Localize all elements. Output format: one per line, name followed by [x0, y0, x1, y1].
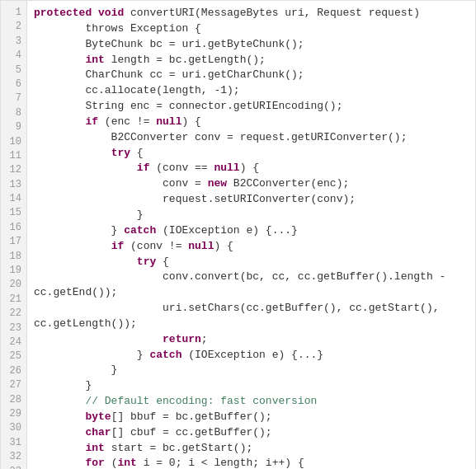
- line-num-28: 28: [1, 393, 26, 407]
- token: [34, 457, 85, 469]
- code-line-17: try {: [34, 255, 469, 270]
- token: {: [156, 256, 169, 268]
- line-num-31: 31: [1, 436, 26, 450]
- code-line-25: }: [34, 378, 469, 394]
- code-line-30: for (int i = 0; i < length; i++) {: [34, 456, 469, 469]
- line-num-2: 2: [1, 20, 26, 34]
- code-line-21: cc.getLength());: [34, 317, 469, 332]
- token: B2CConverter conv = request.getURIConver…: [34, 131, 407, 143]
- line-num-29: 29: [1, 407, 26, 421]
- token: B2CConverter(enc);: [227, 177, 349, 190]
- line-num-10: 10: [1, 135, 26, 149]
- token: i = 0; i < length; i++) {: [137, 457, 304, 469]
- line-num-17: 17: [1, 235, 26, 249]
- line-num-22: 22: [1, 307, 26, 321]
- token: null: [156, 115, 181, 128]
- token: ByteChunk bc = uri.getByteChunk();: [34, 38, 304, 50]
- token: (IOException e) {...}: [156, 224, 298, 237]
- token: String enc = connector.getURIEncoding();: [34, 100, 342, 112]
- line-num-26: 26: [1, 364, 26, 378]
- token: CharChunk cc = uri.getCharChunk();: [34, 68, 304, 81]
- code-line-12: conv = new B2CConverter(enc);: [34, 176, 469, 192]
- line-num-19: 19: [1, 264, 26, 278]
- line-num-25: 25: [1, 349, 26, 363]
- line-num-9: 9: [1, 120, 26, 134]
- code-line-27: byte[] bbuf = bc.getBuffer();: [34, 410, 469, 425]
- token: (enc !=: [98, 115, 156, 128]
- token: ) {: [214, 240, 233, 252]
- code-line-1: protected void convertURI(MessageBytes u…: [34, 6, 469, 21]
- line-num-12: 12: [1, 163, 26, 177]
- token: throws Exception {: [34, 22, 201, 35]
- line-num-33: 33: [1, 465, 26, 470]
- code-line-26: // Default encoding: fast conversion: [34, 394, 469, 410]
- token: protected: [34, 7, 92, 19]
- line-num-6: 6: [1, 77, 26, 91]
- token: cc.getEnd());: [34, 286, 117, 298]
- token: byte: [85, 410, 111, 423]
- token: cc.getLength());: [34, 317, 137, 330]
- token: [34, 410, 85, 423]
- token: conv =: [34, 177, 208, 190]
- code-line-23: } catch (IOException e) {...}: [34, 348, 469, 363]
- code-line-22: return;: [34, 332, 469, 348]
- token: [34, 240, 111, 252]
- token: convertURI(MessageBytes uri, Request req…: [124, 7, 420, 19]
- token: (conv !=: [124, 240, 188, 252]
- code-line-3: ByteChunk bc = uri.getByteChunk();: [34, 37, 469, 53]
- line-num-8: 8: [1, 106, 26, 120]
- code-line-6: cc.allocate(length, -1);: [34, 83, 469, 99]
- token: }: [34, 224, 124, 237]
- line-num-13: 13: [1, 178, 26, 192]
- token: return: [163, 333, 201, 345]
- token: ) {: [240, 162, 259, 174]
- token: catch: [149, 349, 181, 361]
- code-line-24: }: [34, 363, 469, 378]
- line-num-27: 27: [1, 378, 26, 392]
- code-content[interactable]: protected void convertURI(MessageBytes u…: [27, 1, 475, 469]
- token: [34, 115, 85, 128]
- token: }: [34, 209, 144, 221]
- token: ;: [201, 333, 208, 345]
- token: try: [111, 147, 130, 159]
- line-num-16: 16: [1, 221, 26, 235]
- code-line-9: B2CConverter conv = request.getURIConver…: [34, 130, 469, 146]
- token: [34, 426, 85, 439]
- code-line-2: throws Exception {: [34, 21, 469, 37]
- code-line-29: int start = bc.getStart();: [34, 441, 469, 457]
- token: if: [85, 115, 98, 128]
- token: [34, 54, 85, 66]
- token: // Default encoding: fast conversion: [34, 395, 317, 407]
- token: cc.allocate(length, -1);: [34, 84, 240, 96]
- token: int: [85, 442, 104, 454]
- token: }: [34, 363, 117, 376]
- line-num-24: 24: [1, 335, 26, 349]
- code-line-11: if (conv == null) {: [34, 161, 469, 176]
- line-num-20: 20: [1, 278, 26, 292]
- code-line-7: String enc = connector.getURIEncoding();: [34, 99, 469, 115]
- code-line-20: uri.setChars(cc.getBuffer(), cc.getStart…: [34, 301, 469, 317]
- line-num-14: 14: [1, 192, 26, 206]
- code-line-18: conv.convert(bc, cc, cc.getBuffer().leng…: [34, 270, 469, 285]
- line-num-3: 3: [1, 35, 26, 49]
- line-num-1: 1: [1, 6, 26, 20]
- token: (IOException e) {...}: [181, 349, 323, 361]
- line-number-gutter: 1234567891011121314151617181920212223242…: [1, 1, 27, 469]
- token: ) {: [181, 115, 200, 128]
- token: [92, 7, 98, 19]
- token: {: [130, 147, 144, 159]
- code-line-8: if (enc != null) {: [34, 115, 469, 130]
- code-line-13: request.setURIConverter(conv);: [34, 192, 469, 208]
- line-num-30: 30: [1, 421, 26, 435]
- token: null: [214, 162, 239, 174]
- line-num-18: 18: [1, 250, 26, 264]
- line-num-4: 4: [1, 49, 26, 63]
- token: conv.convert(bc, cc, cc.getBuffer().leng…: [34, 270, 445, 283]
- line-num-15: 15: [1, 206, 26, 220]
- token: start = bc.getStart();: [105, 442, 252, 454]
- line-num-7: 7: [1, 91, 26, 106]
- token: [34, 333, 163, 345]
- token: char: [85, 426, 111, 439]
- token: length = bc.getLength();: [105, 54, 266, 66]
- token: null: [188, 240, 214, 252]
